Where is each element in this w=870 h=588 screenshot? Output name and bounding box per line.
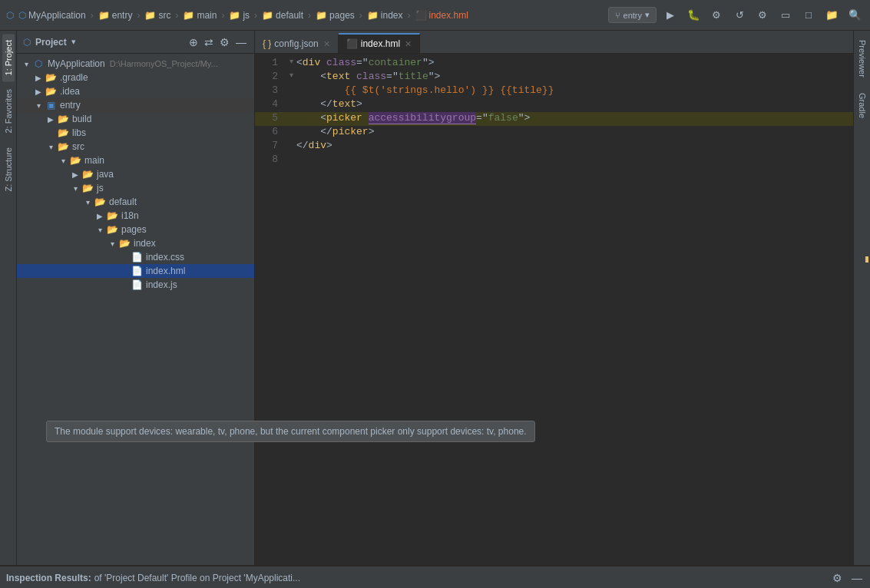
tab-index-hml[interactable]: ⬛ index.hml ✕ [339,33,420,53]
folder-icon: 📁 [367,10,379,21]
inspection-settings-button[interactable]: ⚙ [831,572,844,584]
tree-item-src[interactable]: ▾ 📂 src [17,140,254,154]
tree-item-myapplication[interactable]: ▾ ⬡ MyApplication D:\HarmonyOS_Project/M… [17,57,254,71]
tree-item-i18n[interactable]: ▶ 📂 i18n [17,209,254,223]
folder-icon: 📁 [229,10,240,21]
toolbar: ⬡ ⬡ MyApplication › 📁 entry › 📁 src › 📁 … [0,0,870,31]
dropdown-icon: ▾ [645,10,650,20]
folder-icon: 📁 [144,10,156,21]
tree-item-java[interactable]: ▶ 📂 java [17,167,254,181]
sidebar-item-project[interactable]: 1: Project [2,34,15,81]
settings-gear-button[interactable]: ⚙ [218,36,231,48]
branch-selector[interactable]: ⑂ entry ▾ [608,7,657,23]
sidebar-item-favorites[interactable]: 2: Favorites [2,83,15,139]
expand-arrow: ▾ [57,157,69,165]
settings-button[interactable]: ⚙ [753,6,772,25]
close-tab-icon[interactable]: ✕ [405,39,412,49]
expand-arrow: ▾ [81,198,94,206]
project-dropdown-icon: ⬡ [23,37,31,48]
right-sidebar: Previewer Gradle [853,31,870,565]
tree-item-build[interactable]: ▶ 📂 build [17,112,254,126]
css-file-icon: 📄 [131,252,143,263]
tree-item-index-hml[interactable]: ▶ 📄 index.hml [17,264,254,278]
profile-button[interactable]: ⚙ [707,6,726,25]
code-line-3: 3 {{ $t('strings.hello') }} {{title}} [255,84,853,98]
expand-arrow: ▾ [45,143,57,151]
expand-arrow: ▾ [94,226,106,234]
tree-item-main[interactable]: ▾ 📂 main [17,154,254,167]
project-header: ⬡ Project ▾ ⊕ ⇄ ⚙ — [17,31,254,54]
expand-arrow: ▾ [32,101,45,110]
tree-item-index-folder[interactable]: ▾ 📂 index [17,236,254,250]
code-line-7: 7 </div> [255,140,853,154]
code-editor[interactable]: 1 ▾ <div class="container"> 2 ▾ <text cl… [255,54,853,565]
run-button[interactable]: ▶ [661,6,680,25]
sidebar-item-structure[interactable]: Z: Structure [2,141,15,197]
expand-arrow: ▶ [45,115,57,124]
editor-area: { } config.json ✕ ⬛ index.hml ✕ 1 ▾ <div… [255,31,853,565]
tree-item-libs[interactable]: ▶ 📂 libs [17,126,254,140]
folder-icon: 📁 [316,10,327,21]
inspection-title: Inspection Results: [6,573,91,583]
code-line-5: 5 <picker accessibilitygroup="false"> [255,112,853,126]
code-line-8: 8 [255,154,853,167]
tree-item-default[interactable]: ▾ 📂 default [17,195,254,209]
close-panel-button[interactable]: — [234,36,248,48]
inspection-header: Inspection Results: of 'Project Default'… [0,567,870,588]
inspection-close-button[interactable]: — [850,572,864,584]
folder-icon: 📂 [106,210,118,221]
project-icon: ⬡ [18,10,26,21]
folder-icon: 📂 [57,141,69,152]
folder-icon: 📂 [45,86,57,97]
json-file-icon: { } [263,38,271,49]
tree-item-idea[interactable]: ▶ 📂 .idea [17,84,254,98]
java-folder-icon: 📂 [81,169,94,180]
project-icon: ⬡ [32,58,45,69]
minimize-button[interactable]: ▭ [776,6,795,25]
tab-config-json[interactable]: { } config.json ✕ [255,35,339,53]
previewer-tab[interactable]: Previewer [856,34,868,84]
code-line-4: 4 </text> [255,98,853,112]
js-folder-icon: 📂 [81,183,94,193]
html-file-icon: 📄 [131,266,143,276]
expand-arrow: ▾ [106,239,118,248]
tree-item-entry[interactable]: ▾ ▣ entry [17,98,254,112]
project-button[interactable]: 📁 [822,6,841,25]
add-button[interactable]: ⊕ [187,36,200,48]
gradle-tab[interactable]: Gradle [856,87,868,124]
module-icon: ▣ [45,100,57,111]
folder-icon: 📂 [57,127,69,138]
tree-item-gradle[interactable]: ▶ 📂 .gradle [17,71,254,84]
js-file-icon: 📄 [131,279,143,290]
search-button[interactable]: 🔍 [845,6,864,25]
project-panel: ⬡ Project ▾ ⊕ ⇄ ⚙ — ▾ ⬡ MyApplication D:… [17,31,255,565]
expand-arrow: ▶ [32,88,45,96]
html-file-icon: ⬛ [346,38,358,49]
tree-item-index-js[interactable]: ▶ 📄 index.js [17,278,254,292]
tree-item-index-css[interactable]: ▶ 📄 index.css [17,250,254,264]
tree-item-js[interactable]: ▾ 📂 js [17,181,254,195]
build-folder-icon: 📂 [57,114,69,124]
scroll-to-button[interactable]: ⇄ [203,36,215,48]
bottom-panel: Inspection Results: of 'Project Default'… [0,565,870,588]
breadcrumb[interactable]: ⬡ MyApplication [18,10,86,21]
folder-icon: 📂 [69,155,81,166]
folder-icon: 📁 [98,10,110,21]
main-layout: 1: Project 2: Favorites Z: Structure ⬡ P… [0,31,870,565]
expand-arrow: ▶ [69,170,81,179]
expand-arrow: ▶ [94,212,106,220]
maximize-button[interactable]: □ [799,6,818,25]
tree-item-pages[interactable]: ▾ 📂 pages [17,223,254,236]
scroll-indicator [865,256,868,263]
inspection-profile: of 'Project Default' Profile on Project … [94,573,300,583]
folder-icon: 📁 [183,10,194,21]
debug-button[interactable]: 🐛 [684,6,703,25]
folder-icon: 📂 [94,197,106,207]
project-tree: ▾ ⬡ MyApplication D:\HarmonyOS_Project/M… [17,54,254,565]
editor-tabs: { } config.json ✕ ⬛ index.hml ✕ [255,31,853,54]
side-tabs: 1: Project 2: Favorites Z: Structure [0,31,17,565]
close-tab-icon[interactable]: ✕ [323,39,330,49]
sync-button[interactable]: ↺ [730,6,749,25]
code-line-2: 2 ▾ <text class="title"> [255,71,853,84]
expand-arrow: ▾ [20,60,32,68]
